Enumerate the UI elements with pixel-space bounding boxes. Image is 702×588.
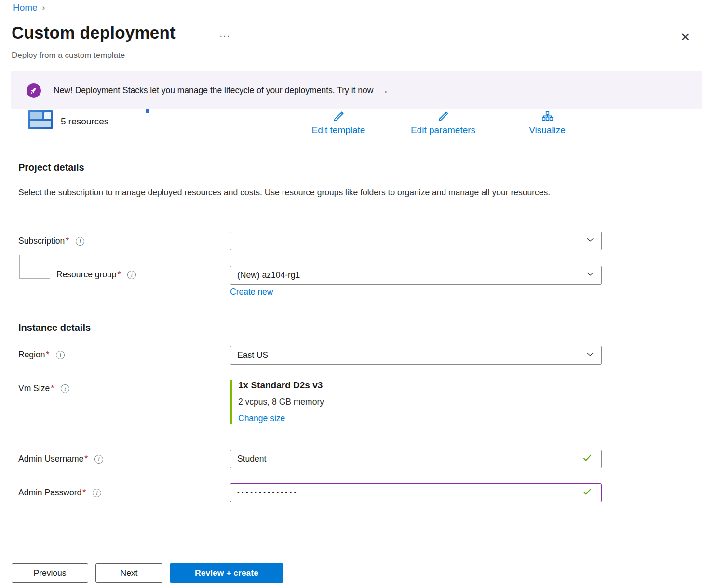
close-icon[interactable]: ✕ <box>677 29 693 45</box>
vm-size-label: Vm Size* i <box>18 383 69 394</box>
deployment-stacks-banner[interactable]: New! Deployment Stacks let you manage th… <box>11 71 702 109</box>
edit-template-label: Edit template <box>312 125 365 136</box>
vm-size-title: 1x Standard D2s v3 <box>238 380 324 391</box>
resources-count-label: 5 resources <box>61 116 108 127</box>
create-new-link[interactable]: Create new <box>230 287 273 297</box>
more-options-icon[interactable]: ··· <box>219 30 230 41</box>
admin-password-value: •••••••••••••• <box>237 489 298 496</box>
page-subtitle: Deploy from a custom template <box>12 51 125 60</box>
edit-parameters-button[interactable]: Edit parameters <box>392 110 494 136</box>
cropped-ui-artifact <box>146 109 148 113</box>
visualize-button[interactable]: Visualize <box>497 110 598 136</box>
breadcrumb-home-link[interactable]: Home <box>13 2 38 13</box>
region-dropdown[interactable]: East US <box>230 346 602 365</box>
resource-group-connector-horizontal <box>19 278 50 279</box>
subscription-dropdown[interactable] <box>230 232 602 250</box>
admin-password-label: Admin Password* i <box>18 488 101 498</box>
change-size-link[interactable]: Change size <box>238 413 324 424</box>
page-title: Custom deployment <box>12 23 176 42</box>
required-marker: * <box>84 454 88 464</box>
resource-group-label: Resource group* i <box>56 270 136 280</box>
chevron-down-icon <box>586 350 594 361</box>
required-marker: * <box>118 270 121 279</box>
admin-password-input[interactable]: •••••••••••••• <box>230 483 602 502</box>
org-chart-icon <box>541 110 554 123</box>
arrow-right-icon: → <box>379 85 389 96</box>
review-create-button[interactable]: Review + create <box>170 563 284 583</box>
visualize-label: Visualize <box>529 125 566 136</box>
admin-username-value: Student <box>237 454 266 464</box>
template-resources-icon <box>28 110 53 129</box>
required-marker: * <box>46 350 49 359</box>
resource-group-connector-vertical <box>19 255 20 279</box>
info-icon[interactable]: i <box>93 489 101 497</box>
required-marker: * <box>66 236 69 246</box>
previous-button[interactable]: Previous <box>12 563 88 583</box>
project-details-heading: Project details <box>18 162 84 173</box>
info-icon[interactable]: i <box>94 455 103 464</box>
breadcrumb: Home › <box>13 2 45 13</box>
subscription-label: Subscription* i <box>18 236 84 246</box>
chevron-down-icon <box>586 270 594 281</box>
banner-message: New! Deployment Stacks let you manage th… <box>54 85 389 96</box>
info-icon[interactable]: i <box>56 351 65 359</box>
edit-parameters-label: Edit parameters <box>411 125 475 136</box>
info-icon[interactable]: i <box>76 237 84 246</box>
info-icon[interactable]: i <box>127 271 136 279</box>
required-marker: * <box>51 383 54 393</box>
next-button[interactable]: Next <box>95 563 162 583</box>
region-label: Region* i <box>18 350 65 360</box>
admin-username-input[interactable]: Student <box>230 450 602 468</box>
chevron-down-icon <box>586 235 594 246</box>
project-details-description: Select the subscription to manage deploy… <box>18 185 578 200</box>
valid-check-icon <box>582 452 593 465</box>
edit-template-button[interactable]: Edit template <box>288 110 389 136</box>
resource-group-value: (New) az104-rg1 <box>237 270 300 280</box>
instance-details-heading: Instance details <box>18 322 91 333</box>
pencil-icon <box>332 110 345 123</box>
valid-check-icon <box>582 486 593 499</box>
info-icon[interactable]: i <box>61 384 69 393</box>
resource-group-dropdown[interactable]: (New) az104-rg1 <box>230 266 602 285</box>
region-value: East US <box>237 350 268 360</box>
vm-size-selection: 1x Standard D2s v3 2 vcpus, 8 GB memory … <box>230 380 324 424</box>
admin-username-label: Admin Username* i <box>18 454 103 464</box>
pencil-icon <box>437 110 450 123</box>
vm-size-specs: 2 vcpus, 8 GB memory <box>238 397 324 407</box>
rocket-icon <box>27 83 41 98</box>
chevron-right-icon: › <box>42 3 45 13</box>
required-marker: * <box>82 488 86 497</box>
